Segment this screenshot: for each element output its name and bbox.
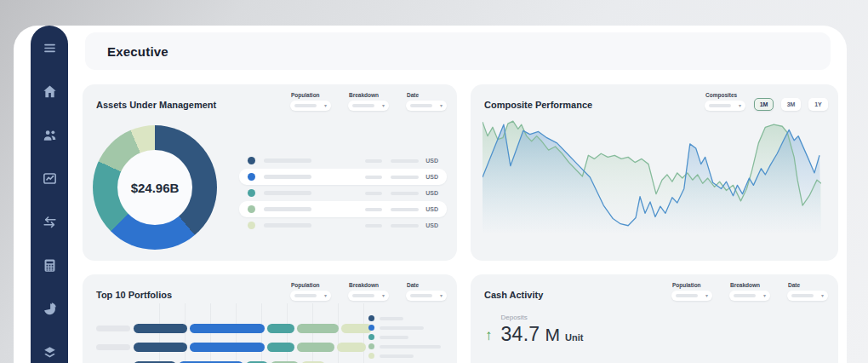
- filter-label: Breakdown: [349, 92, 389, 98]
- home-icon[interactable]: [39, 81, 60, 101]
- bar-segment: [267, 343, 294, 352]
- range-button-1y[interactable]: 1Y: [808, 98, 828, 111]
- filter-select[interactable]: ▾: [348, 101, 389, 111]
- bar-segment: [297, 343, 334, 352]
- performance-icon[interactable]: [39, 168, 60, 188]
- menu-icon[interactable]: [39, 37, 60, 58]
- card-top-10-portfolios: Top 10 Portfolios Population▾Breakdown▾D…: [83, 274, 457, 363]
- chevron-down-icon: ▾: [440, 293, 443, 298]
- metric-label: Deposits: [501, 314, 584, 321]
- redacted-portfolio-label: [96, 326, 130, 331]
- legend-dot: [368, 315, 374, 321]
- redacted-name-bar: [380, 326, 424, 330]
- aum-legend: USD USD USD USD USD: [239, 153, 447, 233]
- redacted-name-bar: [264, 223, 311, 228]
- filter-select[interactable]: ▾: [290, 101, 331, 111]
- metric-unit: Unit: [565, 332, 583, 343]
- portfolio-bar-row: [96, 343, 372, 352]
- aum-legend-row: USD: [239, 185, 447, 201]
- bar-segment: [341, 324, 372, 333]
- legend-dot: [248, 222, 255, 229]
- legend-dot: [368, 325, 374, 331]
- redacted-value-bar: [365, 224, 382, 228]
- placeholder-bar: [709, 104, 731, 107]
- filter-select[interactable]: ▾: [406, 101, 447, 111]
- filter-select[interactable]: ▾: [348, 291, 389, 301]
- filter-row: Population▾Breakdown▾Date▾: [671, 282, 828, 301]
- redacted-name-bar: [264, 191, 311, 195]
- card-assets-under-management: Assets Under Management Population▾Break…: [83, 84, 457, 261]
- top10-legend-row: [368, 351, 445, 360]
- filter-dropdown-population: Population▾: [290, 282, 331, 301]
- filter-dropdown-population: Population▾: [290, 92, 331, 111]
- placeholder-bar: [294, 104, 317, 107]
- filter-dropdown-breakdown: Breakdown▾: [348, 282, 389, 301]
- chevron-down-icon: ▾: [821, 293, 824, 298]
- chevron-down-icon: ▾: [705, 293, 708, 298]
- aum-legend-row: USD: [239, 153, 447, 169]
- top10-bar-chart: [96, 324, 372, 363]
- clients-icon[interactable]: [39, 124, 60, 145]
- filter-label: Population: [672, 282, 712, 288]
- filter-select[interactable]: ▾: [290, 291, 331, 301]
- chevron-down-icon: ▾: [440, 103, 443, 108]
- gridlines: [159, 303, 380, 363]
- filter-select[interactable]: ▾: [406, 291, 447, 301]
- filter-label: Date: [407, 92, 447, 98]
- redacted-value-bar: [365, 176, 382, 179]
- chevron-down-icon: ▾: [324, 293, 327, 298]
- card-title: Composite Performance: [484, 100, 592, 110]
- currency-label: USD: [425, 190, 438, 196]
- legend-dot: [248, 173, 255, 181]
- legend-dot: [368, 343, 374, 349]
- bar-segment: [267, 324, 294, 333]
- legend-dot: [248, 157, 255, 164]
- placeholder-bar: [791, 294, 814, 297]
- aum-legend-row: USD: [239, 217, 447, 233]
- redacted-value-bar: [391, 224, 419, 228]
- allocation-pie-icon[interactable]: [39, 298, 60, 319]
- filter-select[interactable]: ▾: [705, 101, 745, 111]
- filter-dropdown-date: Date▾: [406, 92, 447, 111]
- placeholder-bar: [294, 294, 317, 297]
- filter-select[interactable]: ▾: [729, 291, 770, 301]
- filter-label: Date: [788, 282, 828, 288]
- filter-select[interactable]: ▾: [787, 291, 828, 301]
- filter-label: Composites: [705, 92, 745, 98]
- card-title: Cash Activity: [484, 290, 543, 300]
- metric-value: 34.7: [501, 323, 540, 346]
- filter-row: Population▾Breakdown▾Date▾: [290, 92, 447, 111]
- legend-dot: [248, 189, 255, 197]
- bar-segment: [337, 343, 366, 352]
- redacted-value-bar: [365, 159, 382, 163]
- filter-dropdown-composites: Composites▾: [705, 92, 745, 111]
- stacked-bar: [134, 324, 372, 333]
- range-button-3m[interactable]: 3M: [781, 98, 801, 111]
- currency-label: USD: [425, 174, 438, 180]
- range-group: 1M 3M 1Y: [754, 98, 828, 111]
- page-title: Executive: [107, 44, 168, 59]
- layers-icon[interactable]: [39, 342, 60, 362]
- composite-controls: Composites▾ 1M 3M 1Y: [705, 92, 828, 111]
- chevron-down-icon: ▾: [324, 103, 327, 108]
- up-arrow-icon: ↑: [485, 328, 493, 346]
- redacted-value-bar: [391, 159, 419, 163]
- filter-dropdown-breakdown: Breakdown▾: [729, 282, 770, 301]
- bar-segment: [190, 324, 265, 333]
- top-bar: Executive: [85, 32, 831, 70]
- redacted-name-bar: [380, 336, 408, 339]
- filter-row: Population▾Breakdown▾Date▾: [290, 282, 447, 301]
- transfers-icon[interactable]: [39, 211, 60, 232]
- redacted-portfolio-label: [96, 344, 130, 350]
- filter-label: Breakdown: [349, 282, 389, 288]
- placeholder-bar: [352, 294, 374, 297]
- filter-label: Date: [407, 282, 447, 288]
- currency-label: USD: [425, 206, 438, 212]
- filter-select[interactable]: ▾: [671, 291, 712, 301]
- card-composite-performance: Composite Performance Composites▾ 1M 3M …: [471, 84, 838, 261]
- composite-line-chart: [483, 118, 821, 233]
- currency-label: USD: [425, 158, 438, 164]
- calculator-icon[interactable]: [39, 255, 60, 275]
- redacted-name-bar: [380, 317, 403, 320]
- range-button-1m[interactable]: 1M: [754, 98, 774, 111]
